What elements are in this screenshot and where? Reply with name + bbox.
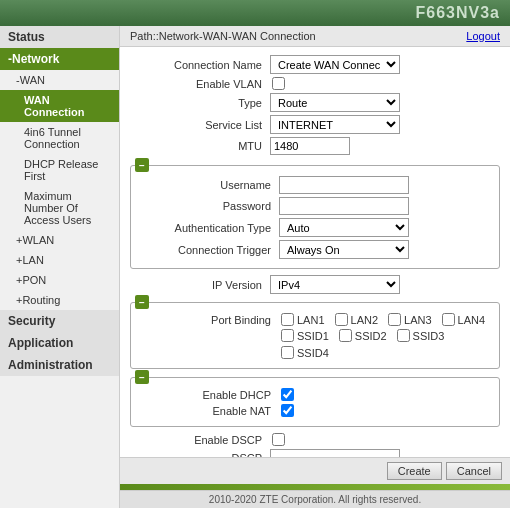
dhcp-nat-group: − Enable DHCP Enable NAT	[130, 377, 500, 427]
mtu-row: MTU	[130, 137, 500, 155]
port-binding-row: Port Binding LAN1 LAN2 LAN3	[139, 313, 491, 326]
logout-link[interactable]: Logout	[466, 30, 500, 42]
type-select[interactable]: Route	[270, 93, 400, 112]
port-ssid1-label: SSID1	[297, 330, 329, 342]
username-label: Username	[139, 179, 279, 191]
sidebar-item-wan-connection[interactable]: WAN Connection	[0, 90, 119, 122]
copyright: 2010-2020 ZTE Corporation. All rights re…	[120, 490, 510, 508]
port-lan2-label: LAN2	[351, 314, 379, 326]
ip-version-label: IP Version	[130, 279, 270, 291]
sidebar-item-application[interactable]: Application	[0, 332, 119, 354]
sidebar-item-routing[interactable]: +Routing	[0, 290, 119, 310]
enable-nat-row: Enable NAT	[139, 404, 491, 417]
password-input[interactable]	[279, 197, 409, 215]
enable-dscp-checkbox[interactable]	[272, 433, 285, 446]
port-lan4: LAN4	[440, 313, 486, 326]
content-area: Path::Network-WAN-WAN Connection Logout …	[120, 26, 510, 508]
create-button[interactable]: Create	[387, 462, 442, 480]
service-list-label: Service List	[130, 119, 270, 131]
port-lan1-label: LAN1	[297, 314, 325, 326]
sidebar-item-max-users[interactable]: Maximum Number Of Access Users	[0, 186, 119, 230]
connection-name-select[interactable]: Create WAN Connection	[270, 55, 400, 74]
port-lan3: LAN3	[386, 313, 432, 326]
mtu-input[interactable]	[270, 137, 350, 155]
port-ssid4: SSID4	[279, 346, 329, 359]
connection-name-row: Connection Name Create WAN Connection	[130, 55, 500, 74]
port-lan2: LAN2	[333, 313, 379, 326]
enable-nat-label: Enable NAT	[139, 405, 279, 417]
port-ssid3-checkbox[interactable]	[397, 329, 410, 342]
ppp-group: − Username Password Authentication Type …	[130, 165, 500, 269]
enable-vlan-row: Enable VLAN	[130, 77, 500, 90]
port-lan2-checkbox[interactable]	[335, 313, 348, 326]
auth-type-row: Authentication Type Auto	[139, 218, 491, 237]
dhcp-nat-toggle[interactable]: −	[135, 370, 149, 384]
ppp-toggle[interactable]: −	[135, 158, 149, 172]
conn-trigger-row: Connection Trigger Always On	[139, 240, 491, 259]
sidebar-item-status[interactable]: Status	[0, 26, 119, 48]
connection-name-label: Connection Name	[130, 59, 270, 71]
breadcrumb-bar: Path::Network-WAN-WAN Connection Logout	[120, 26, 510, 47]
password-row: Password	[139, 197, 491, 215]
cancel-button[interactable]: Cancel	[446, 462, 502, 480]
port-lan4-checkbox[interactable]	[442, 313, 455, 326]
sidebar-item-wan[interactable]: -WAN	[0, 70, 119, 90]
service-list-select[interactable]: INTERNET	[270, 115, 400, 134]
sidebar-item-lan[interactable]: +LAN	[0, 250, 119, 270]
main-layout: Status -Network -WAN WAN Connection 4in6…	[0, 26, 510, 508]
port-ssid2: SSID2	[337, 329, 387, 342]
enable-dhcp-checkbox[interactable]	[281, 388, 294, 401]
port-lan3-checkbox[interactable]	[388, 313, 401, 326]
sidebar-item-pon[interactable]: +PON	[0, 270, 119, 290]
header: F663NV3a	[0, 0, 510, 26]
port-list: LAN1 LAN2 LAN3 LAN4	[279, 313, 489, 326]
port-lan3-label: LAN3	[404, 314, 432, 326]
ip-version-select[interactable]: IPv4	[270, 275, 400, 294]
enable-dscp-label: Enable DSCP	[130, 434, 270, 446]
ip-version-row: IP Version IPv4	[130, 275, 500, 294]
sidebar-item-administration[interactable]: Administration	[0, 354, 119, 376]
conn-trigger-select[interactable]: Always On	[279, 240, 409, 259]
port-ssid3-label: SSID3	[413, 330, 445, 342]
enable-dhcp-row: Enable DHCP	[139, 388, 491, 401]
port-lan1: LAN1	[279, 313, 325, 326]
type-row: Type Route	[130, 93, 500, 112]
dscp-row: DSCP	[130, 449, 500, 457]
port-ssid1: SSID1	[279, 329, 329, 342]
sidebar-item-wlan[interactable]: +WLAN	[0, 230, 119, 250]
port-ssid4-checkbox[interactable]	[281, 346, 294, 359]
enable-dhcp-label: Enable DHCP	[139, 389, 279, 401]
username-input[interactable]	[279, 176, 409, 194]
password-label: Password	[139, 200, 279, 212]
enable-vlan-label: Enable VLAN	[130, 78, 270, 90]
enable-dscp-row: Enable DSCP	[130, 433, 500, 446]
port-ssid3: SSID3	[395, 329, 445, 342]
username-row: Username	[139, 176, 491, 194]
sidebar: Status -Network -WAN WAN Connection 4in6…	[0, 26, 120, 508]
port-ssid-row: SSID1 SSID2 SSID3 SSID4	[139, 329, 491, 359]
enable-nat-checkbox[interactable]	[281, 404, 294, 417]
sidebar-item-security[interactable]: Security	[0, 310, 119, 332]
content-body: Connection Name Create WAN Connection En…	[120, 47, 510, 457]
mtu-label: MTU	[130, 140, 270, 152]
port-binding-toggle[interactable]: −	[135, 295, 149, 309]
port-ssid2-checkbox[interactable]	[339, 329, 352, 342]
auth-type-label: Authentication Type	[139, 222, 279, 234]
port-ssid4-label: SSID4	[297, 347, 329, 359]
footer-bar: Create Cancel	[120, 457, 510, 484]
port-lan1-checkbox[interactable]	[281, 313, 294, 326]
enable-vlan-checkbox[interactable]	[272, 77, 285, 90]
type-label: Type	[130, 97, 270, 109]
dscp-input[interactable]	[270, 449, 400, 457]
breadcrumb: Path::Network-WAN-WAN Connection	[130, 30, 316, 42]
sidebar-item-network[interactable]: -Network	[0, 48, 119, 70]
conn-trigger-label: Connection Trigger	[139, 244, 279, 256]
sidebar-item-dhcp-release[interactable]: DHCP Release First	[0, 154, 119, 186]
port-lan4-label: LAN4	[458, 314, 486, 326]
port-ssid1-checkbox[interactable]	[281, 329, 294, 342]
auth-type-select[interactable]: Auto	[279, 218, 409, 237]
sidebar-item-4in6-tunnel[interactable]: 4in6 Tunnel Connection	[0, 122, 119, 154]
header-title: F663NV3a	[416, 4, 501, 21]
port-binding-group: − Port Binding LAN1 LAN2	[130, 302, 500, 369]
port-ssid2-label: SSID2	[355, 330, 387, 342]
